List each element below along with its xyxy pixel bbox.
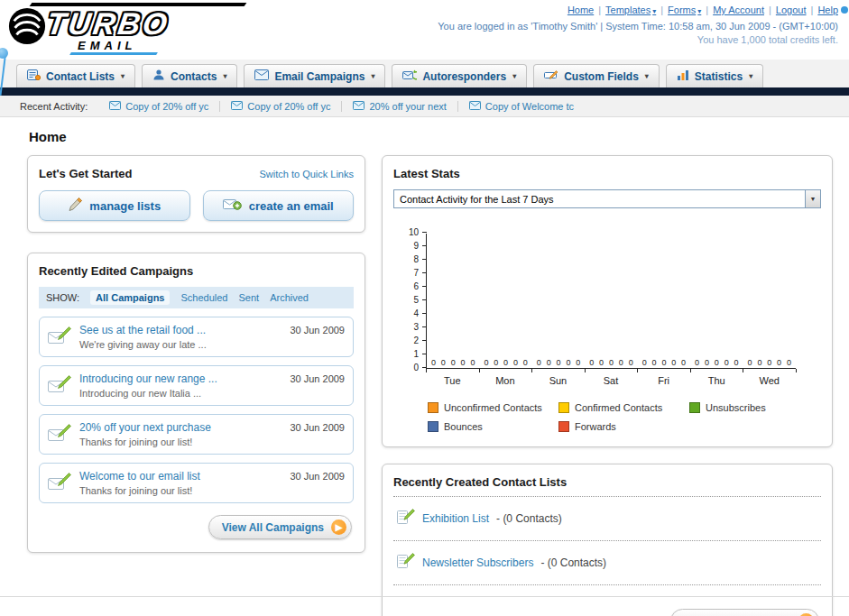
nav-my-account-link[interactable]: My Account: [713, 5, 764, 15]
chart-value-label: 0: [705, 358, 709, 367]
chart-value-group: 00000: [427, 358, 479, 367]
recent-activity-item[interactable]: Copy of 20% off yc: [220, 101, 342, 112]
y-axis-tick: 1: [422, 354, 427, 354]
campaign-row[interactable]: See us at the retail food ... We're givi…: [39, 317, 354, 357]
switch-quick-links-link[interactable]: Switch to Quick Links: [259, 169, 354, 179]
right-column: Latest Stats Contact Activity for the La…: [382, 155, 833, 616]
campaign-row[interactable]: 20% off your next purchase Thanks for jo…: [39, 414, 354, 455]
nav-templates-link[interactable]: Templates▾: [605, 5, 656, 15]
nav-forms-link[interactable]: Forms▾: [668, 5, 701, 15]
chart-value-label: 0: [724, 358, 729, 367]
autoresponders-icon: [402, 69, 417, 84]
tab-contacts[interactable]: Contacts▾: [142, 64, 237, 87]
campaign-subtitle: Thanks for joining our list!: [79, 485, 281, 496]
get-started-title: Let's Get Started: [39, 167, 133, 180]
campaign-envelope-pencil-icon: [48, 470, 71, 496]
x-axis-label: Thu: [690, 369, 743, 386]
recent-activity-item[interactable]: Copy of 20% off yc: [98, 101, 220, 112]
list-pencil-icon: [397, 553, 415, 573]
y-axis-tick: 2: [422, 340, 427, 341]
campaign-filter-bar: SHOW: All Campaigns Scheduled Sent Archi…: [39, 287, 354, 308]
campaigns-title: Recently Edited Campaigns: [39, 264, 354, 278]
manage-lists-button[interactable]: manage lists: [39, 190, 190, 221]
footer-divider: [0, 596, 849, 597]
y-axis-tick: 5: [422, 299, 427, 300]
recent-activity-item[interactable]: 20% off your next: [342, 101, 457, 112]
x-axis-label: Wed: [743, 369, 796, 386]
campaign-envelope-pencil-icon: [48, 324, 71, 350]
campaign-row[interactable]: Introducing our new range ... Introducin…: [39, 365, 354, 406]
tab-statistics[interactable]: Statistics▾: [666, 64, 763, 87]
caret-down-icon: ▾: [121, 72, 125, 80]
contact-list-link[interactable]: Newsletter Subscribers: [422, 556, 533, 569]
tab-contact-lists[interactable]: Contact Lists▾: [16, 64, 135, 87]
campaign-date: 30 Jun 2009: [290, 325, 345, 350]
separator: [706, 5, 708, 15]
y-axis-tick: 9: [422, 245, 427, 246]
filter-scheduled[interactable]: Scheduled: [180, 292, 227, 303]
chart-value-label: 0: [431, 358, 436, 367]
x-axis-tick: [796, 369, 797, 372]
create-email-button[interactable]: create an email: [203, 190, 355, 221]
chart-value-label: 0: [681, 358, 686, 367]
x-axis-tick: [585, 369, 586, 372]
y-axis-tick-label: 2: [413, 336, 419, 345]
x-axis-tick: [690, 369, 691, 372]
contact-list-row[interactable]: Newsletter Subscribers - (0 Contacts): [393, 548, 821, 577]
filter-all-campaigns[interactable]: All Campaigns: [90, 290, 170, 305]
tab-custom-fields[interactable]: Custom Fields▾: [533, 64, 660, 87]
legend-label: Confirmed Contacts: [575, 402, 662, 413]
nav-logout-link[interactable]: Logout: [776, 5, 807, 15]
see-all-contact-lists-button[interactable]: See All Contact Lists ▶: [670, 609, 819, 616]
logo-title: TURBO: [44, 6, 171, 41]
chart-value-label: 0: [609, 358, 614, 367]
contact-list-row[interactable]: Exhibition List - (0 Contacts): [393, 504, 821, 533]
tab-autoresponders[interactable]: Autoresponders▾: [392, 64, 527, 87]
campaign-title-link[interactable]: See us at the retail food ...: [79, 324, 281, 336]
caret-down-icon: ▾: [223, 72, 226, 80]
y-axis-tick-label: 7: [413, 268, 419, 278]
contact-list-link[interactable]: Exhibition List: [422, 512, 489, 525]
envelope-icon: [353, 101, 365, 112]
filter-archived[interactable]: Archived: [270, 292, 309, 303]
dotted-divider: [393, 584, 821, 585]
y-axis-tick: 3: [422, 326, 427, 327]
campaign-title-link[interactable]: Welcome to our email list: [79, 470, 281, 483]
campaign-date: 30 Jun 2009: [290, 422, 345, 447]
view-all-campaigns-button[interactable]: View All Campaigns ▶: [208, 515, 352, 539]
x-axis-tick: [479, 369, 480, 372]
recently-created-lists-panel: Recently Created Contact Lists Exhibitio…: [382, 464, 833, 616]
campaign-title-link[interactable]: Introducing our new range ...: [79, 372, 281, 385]
chart-value-label: 0: [566, 358, 570, 367]
chart-value-label: 0: [757, 358, 761, 367]
chart-value-label: 0: [787, 358, 791, 367]
contact-list-count: - (0 Contacts): [540, 556, 606, 569]
chart-value-group: 00000: [743, 358, 796, 367]
recently-edited-campaigns-panel: Recently Edited Campaigns SHOW: All Camp…: [27, 253, 365, 553]
caret-down-icon: ▾: [512, 72, 516, 80]
x-axis-label: Sat: [585, 369, 638, 386]
recent-activity-item[interactable]: Copy of Welcome tc: [458, 101, 585, 112]
chart-value-label: 0: [470, 358, 475, 367]
y-axis-tick-label: 6: [413, 281, 419, 291]
chart-plot: 00000000000000000000000000000000000 0123…: [426, 234, 796, 369]
envelope-plus-icon: [223, 198, 242, 214]
chart-value-label: 0: [589, 358, 594, 367]
envelope-icon: [109, 101, 121, 112]
tab-email-campaigns[interactable]: Email Campaigns▾: [244, 64, 385, 87]
campaign-envelope-pencil-icon: [48, 372, 71, 399]
separator: [769, 5, 771, 15]
chart-value-label: 0: [661, 358, 666, 367]
recent-activity-bar: Recent Activity: Copy of 20% off yc Copy…: [0, 96, 849, 117]
legend-item: Bounces: [428, 421, 558, 432]
campaign-title-link[interactable]: 20% off your next purchase: [79, 421, 281, 434]
filter-sent[interactable]: Sent: [238, 292, 259, 303]
chart-value-label: 0: [599, 358, 604, 367]
stats-period-select[interactable]: Contact Activity for the Last 7 Days ▼: [393, 189, 821, 208]
nav-help-link[interactable]: Help: [817, 5, 838, 15]
y-axis-tick-label: 0: [413, 363, 419, 372]
nav-home-link[interactable]: Home: [568, 5, 594, 15]
campaign-row[interactable]: Welcome to our email list Thanks for joi…: [39, 463, 354, 503]
left-column: Let's Get Started Switch to Quick Links …: [27, 155, 365, 553]
chart-value-label: 0: [441, 358, 446, 367]
